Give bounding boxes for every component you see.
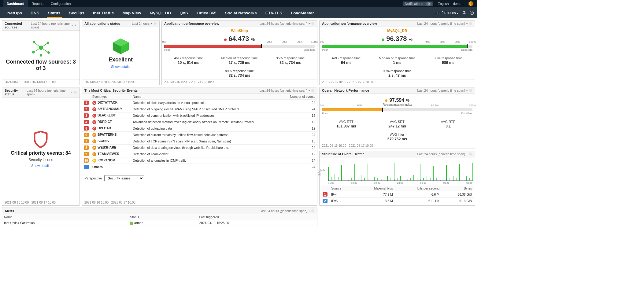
score-value: 97.594	[389, 98, 404, 103]
nav-office-365[interactable]: Office 365	[192, 8, 221, 18]
show-details-link[interactable]: Show details	[31, 164, 50, 168]
table-row[interactable]: 10MICMPANOMDetection of anomalies in ICM…	[82, 157, 317, 164]
col-bytes[interactable]: Bytes	[441, 186, 474, 191]
nav-loadmaster[interactable]: LoadMaster	[287, 8, 318, 18]
table-row[interactable]: 1IPv477.9 M6.6 M66.36 GiB	[321, 191, 474, 198]
module-app-status: All applications status Last 2 hours ▾ E…	[82, 20, 160, 85]
table-row[interactable]: 6HBPATTERNSDetection of current threats …	[82, 132, 317, 138]
app-name[interactable]: MySQL_DB	[322, 29, 472, 33]
y-axis-label: bit/s	[318, 171, 321, 176]
col-event-type[interactable]: Event type	[91, 94, 131, 100]
severity-icon: C	[92, 120, 96, 124]
time-range[interactable]: Last 24 hours (generic time span)	[31, 22, 70, 29]
time-range[interactable]: Last 24 hours (generic time span)	[260, 89, 307, 92]
time-range[interactable]: Last 24 hours (generic time span)	[417, 89, 465, 92]
col-alert-status[interactable]: Status	[128, 214, 198, 220]
table-row[interactable]: 9HTEAMVIEWERDetection of TeamViewer12	[82, 151, 317, 157]
topnav-configuration[interactable]: Configuration	[47, 0, 74, 7]
time-range[interactable]: Last 24 hours (generic time span)	[260, 209, 307, 213]
table-row[interactable]: 2CSMTPANOMALYDetection of outgoing e-mai…	[82, 106, 317, 112]
nav-secops[interactable]: SecOps	[65, 8, 89, 18]
chevron-down-icon: ▾	[71, 91, 72, 94]
col-alert-last[interactable]: Last triggered	[198, 214, 317, 220]
chevron-down-icon: ▾	[466, 22, 468, 25]
gear-icon[interactable]	[74, 24, 77, 27]
nav-map-view[interactable]: Map View	[118, 8, 145, 18]
time-range[interactable]: Last 2 hours	[132, 22, 150, 25]
language-selector[interactable]: English	[438, 2, 449, 6]
module-security-events: The Most Critical Security Events Last 2…	[82, 87, 317, 206]
table-row[interactable]: 5CUPLOADDetection of uploading data12	[82, 125, 317, 132]
col-name[interactable]: Name	[131, 94, 282, 100]
gear-icon[interactable]	[469, 152, 472, 156]
topnav-dashboard[interactable]: Dashboard	[3, 0, 28, 7]
module-footer: 2021-08-16 10:00 - 2021-08-17 10:00	[320, 143, 475, 149]
severity-icon: H	[92, 139, 96, 143]
col-bps[interactable]: Bits per second	[395, 186, 441, 191]
score-pct: %	[406, 98, 409, 103]
chevron-down-icon: ▾	[309, 22, 310, 25]
col-source[interactable]: Source	[329, 186, 354, 191]
gear-icon[interactable]	[311, 22, 315, 25]
time-range[interactable]: Last 24 hours (generic time span)	[27, 89, 70, 96]
nav-mysql-db[interactable]: MySQL DB	[146, 8, 176, 18]
table-row[interactable]: 7HSCANSDetection of TCP scans (SYN scan,…	[82, 138, 317, 145]
rank-badge: 2	[323, 199, 328, 203]
table-row[interactable]: Others24	[82, 164, 317, 170]
time-range[interactable]: Last 24 hours (generic time span)	[260, 22, 307, 25]
gear-icon[interactable]	[469, 22, 472, 25]
gear-icon[interactable]	[311, 89, 315, 92]
notifications-button[interactable]: Notifications 0	[403, 2, 433, 6]
topnav-reports[interactable]: Reports	[28, 0, 47, 7]
module-security-status: Security status Last 24 hours (generic t…	[2, 87, 80, 206]
module-title: Overall Network Performance	[322, 89, 369, 92]
module-title: Application performance overview	[164, 22, 219, 25]
metric-value: 989 ms	[424, 61, 472, 65]
perspective-label: Perspective	[84, 176, 102, 180]
table-row[interactable]: 4CRDPDICTAdvanced detection method revea…	[82, 119, 317, 125]
nav-eta/tls[interactable]: ETA/TLS	[261, 8, 287, 18]
traffic-chart[interactable]: bit/s 50M 11:5915:5919:5923:5908-1703:59…	[328, 160, 472, 184]
time-range-selector[interactable]: Last 24 hours ▾	[434, 11, 458, 15]
col-num-events[interactable]: Number of events	[282, 94, 317, 100]
metric-label: Median of response time	[215, 56, 264, 60]
gear-icon[interactable]	[311, 209, 315, 213]
table-row[interactable]: Inet Uplink Saturationarmed2021-04-11 15…	[2, 220, 317, 226]
rank-badge: 4	[84, 120, 89, 124]
severity-icon: C	[92, 114, 96, 118]
table-row[interactable]: 1CDICTATTACKDetection of dictionary atta…	[82, 100, 317, 106]
col-max-bits[interactable]: Maximal bit/s	[354, 186, 395, 191]
gear-icon[interactable]	[469, 89, 472, 92]
nav-netops[interactable]: NetOps	[3, 8, 26, 18]
status-dot-icon	[385, 99, 387, 102]
table-row[interactable]: 2IPv63.3 M611.1 K6.13 GiB	[321, 198, 474, 204]
svg-line-12	[41, 48, 49, 53]
module-app-perf-webshop: Application performance overview Last 24…	[161, 20, 317, 85]
gear-icon[interactable]	[462, 11, 466, 15]
network-nodes-icon	[30, 39, 52, 57]
nav-dns[interactable]: DNS	[26, 8, 44, 18]
module-title: Connected sources	[5, 22, 31, 29]
help-icon[interactable]: ?	[470, 11, 474, 15]
time-range[interactable]: Last 24 hours (generic time span)	[417, 22, 465, 25]
show-details-link[interactable]: Show details	[111, 65, 130, 68]
user-menu[interactable]: demo ▾	[453, 2, 464, 6]
perspective-select[interactable]: Security issues	[104, 175, 144, 181]
module-title: Application performance overview	[322, 22, 377, 25]
table-row[interactable]: 3CBLACKLISTDetection of communication wi…	[82, 112, 317, 119]
severity-icon: H	[92, 146, 96, 150]
nav-qos[interactable]: QoS	[175, 8, 192, 18]
severity-icon: M	[92, 159, 96, 163]
nav-inet-traffic[interactable]: Inet Traffic	[89, 8, 118, 18]
time-range[interactable]: Last 24 hours (generic time span)	[417, 152, 465, 156]
chevron-down-icon: ▾	[466, 153, 468, 156]
table-row[interactable]: 8HWEBSHAREDetection of data sharing serv…	[82, 145, 317, 151]
svg-point-20	[469, 153, 472, 156]
nav-social-networks[interactable]: Social Networks	[220, 8, 261, 18]
app-name[interactable]: WebShop	[164, 29, 315, 33]
nav-status[interactable]: Status	[44, 8, 65, 18]
col-alert-name[interactable]: Name	[2, 214, 128, 220]
severity-icon: C	[92, 107, 96, 111]
gear-icon[interactable]	[153, 22, 157, 25]
gear-icon[interactable]	[74, 90, 77, 94]
